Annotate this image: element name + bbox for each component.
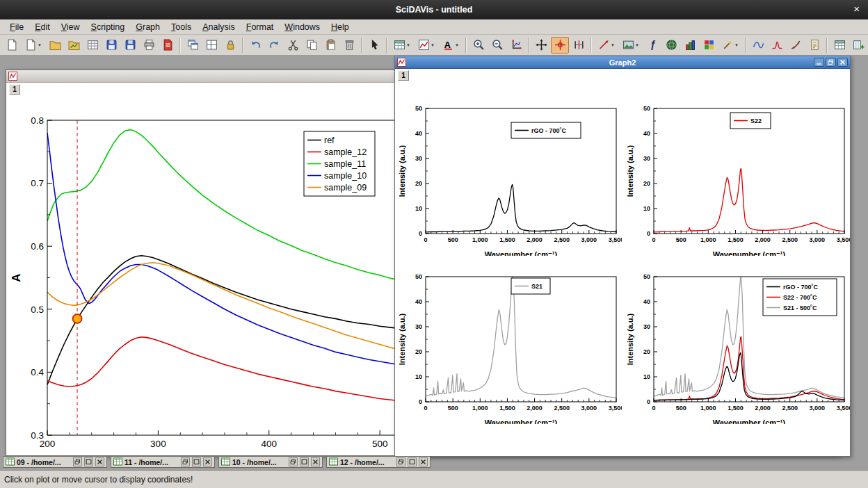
toolbar-new-project-button[interactable] <box>3 37 21 54</box>
toolbar-paste-button[interactable] <box>321 37 339 54</box>
toolbar-print-button[interactable] <box>140 37 158 54</box>
toolbar-undo-button[interactable] <box>246 37 264 54</box>
menu-windows[interactable]: Windows <box>279 21 326 33</box>
raman-plot-s21[interactable]: 05001,0001,5002,0002,5003,0003,500010203… <box>398 257 622 424</box>
svg-text:500: 500 <box>676 236 686 243</box>
minimized-window-close-button[interactable] <box>203 457 212 466</box>
toolbar-delete-button[interactable] <box>340 37 358 54</box>
toolbar-color-map-button[interactable] <box>700 37 718 54</box>
svg-text:3,000: 3,000 <box>810 405 826 412</box>
toolbar-web-button[interactable] <box>662 37 680 54</box>
graph2-titlebar[interactable]: Graph2 <box>395 56 850 69</box>
raman-plot-rgo[interactable]: 05001,0001,5002,0002,5003,0003,500010203… <box>398 89 622 256</box>
toolbar-add-image-button[interactable]: ▼ <box>619 37 643 54</box>
toolbar-new-aspect-button[interactable]: ▼ <box>22 37 45 54</box>
minimized-window-maximize-button[interactable] <box>300 457 309 466</box>
raman-plot-s22[interactable]: 05001,0001,5002,0002,5003,0003,500010203… <box>626 89 850 256</box>
titlebar[interactable]: SciDAVis - untitled × <box>0 0 868 19</box>
toolbar-duplicate-window-button[interactable] <box>184 37 202 54</box>
toolbar-new-table-button[interactable]: ▼ <box>390 37 414 54</box>
legend-label: rGO - 700˚C <box>783 284 819 291</box>
toolbar-lock-toolbars-button[interactable] <box>221 37 239 54</box>
menu-graph[interactable]: Graph <box>130 21 166 33</box>
toolbar-copy-button[interactable] <box>303 37 321 54</box>
toolbar-pointer-button[interactable] <box>365 37 383 54</box>
window-title: SciDAVis - untitled <box>396 5 473 15</box>
svg-text:3,000: 3,000 <box>810 236 826 243</box>
mb-restore-icon <box>74 458 81 466</box>
curve-icon <box>753 39 764 51</box>
svg-text:2,500: 2,500 <box>554 236 570 243</box>
minimized-window-maximize-button[interactable] <box>84 457 93 466</box>
toolbar-fit-peak-button[interactable] <box>768 37 786 54</box>
graph1-layer-button[interactable]: 1 <box>9 84 20 95</box>
toolbar-rescale-axes-button[interactable] <box>507 37 525 54</box>
toolbar-data-reader-button[interactable] <box>551 37 569 54</box>
minimized-window-4[interactable]: 12 - /home/... <box>326 456 431 468</box>
menu-edit[interactable]: Edit <box>29 21 56 33</box>
toolbar-plot-style-button[interactable]: ▼ <box>415 37 438 54</box>
menu-format[interactable]: Format <box>241 21 280 33</box>
y-axis-label: Intensity (a.u.) <box>398 313 406 365</box>
menu-file[interactable]: File <box>4 21 29 33</box>
close-icon[interactable]: × <box>853 3 860 15</box>
svg-text:20: 20 <box>643 348 650 355</box>
toolbar-window-geometry-button[interactable] <box>202 37 220 54</box>
minimized-window-label: 11 - /home/... <box>124 458 179 466</box>
toolbar-zoom-out-button[interactable] <box>488 37 506 54</box>
menu-help[interactable]: Help <box>326 21 355 33</box>
toolbar-add-function-button[interactable]: ƒ <box>643 37 661 54</box>
graph2-minimize-button[interactable] <box>814 58 824 67</box>
toolbar-table-options-button[interactable] <box>830 37 849 54</box>
minimized-window-2[interactable]: 11 - /home/... <box>111 456 215 468</box>
minimized-window-restore-button[interactable] <box>73 457 82 466</box>
svg-text:10: 10 <box>415 373 422 380</box>
minimized-window-restore-button[interactable] <box>396 457 405 466</box>
graph2-close-button[interactable] <box>837 58 848 67</box>
minimized-window-maximize-button[interactable] <box>408 457 417 466</box>
dropdown-arrow-icon: ▼ <box>455 43 459 47</box>
toolbar-zoom-in-button[interactable] <box>469 37 488 54</box>
svg-text:500: 500 <box>448 236 458 243</box>
toolbar-pan-button[interactable] <box>532 37 550 54</box>
toolbar-export-pdf-button[interactable] <box>159 37 177 54</box>
toolbar-magic-tool-button[interactable]: ▼ <box>718 37 742 54</box>
svg-text:50: 50 <box>643 105 650 112</box>
menu-view[interactable]: View <box>56 21 86 33</box>
move-icon <box>536 39 547 51</box>
redo-icon <box>268 39 280 51</box>
letterA-icon: A <box>442 39 454 51</box>
minimized-window-close-button[interactable] <box>419 457 428 466</box>
minimized-window-close-button[interactable] <box>311 457 320 466</box>
toolbar-cut-button[interactable] <box>284 37 302 54</box>
minimized-window-restore-button[interactable] <box>181 457 190 466</box>
graphwin-icon <box>397 58 406 67</box>
toolbar-script-button[interactable] <box>805 37 823 54</box>
toolbar-interpolate-button[interactable] <box>749 37 767 54</box>
minimized-window-close-button[interactable] <box>95 457 104 466</box>
toolbar-save-project-button[interactable] <box>102 37 120 54</box>
graph2-restore-button[interactable] <box>826 58 836 67</box>
menu-analysis[interactable]: Analysis <box>197 21 241 33</box>
minimized-window-maximize-button[interactable] <box>192 457 201 466</box>
minimized-window-restore-button[interactable] <box>289 457 298 466</box>
toolbar-histogram-button[interactable] <box>681 37 699 54</box>
toolbar-save-template-button[interactable] <box>121 37 139 54</box>
toolbar-open-template-button[interactable] <box>65 37 83 54</box>
toolbar-project-explorer-button[interactable] <box>83 37 102 54</box>
menu-scripting[interactable]: Scripting <box>86 21 131 33</box>
graph2-layer-button[interactable]: 1 <box>398 70 409 81</box>
toolbar-select-range-button[interactable] <box>570 37 588 54</box>
toolbar-draw-line-button[interactable]: ▼ <box>595 37 618 54</box>
minimized-window-1[interactable]: 09 - /home/... <box>3 456 107 468</box>
status-text: Click on plot or move cursor to display … <box>4 475 193 485</box>
toolbar-redo-button[interactable] <box>265 37 283 54</box>
svg-text:A: A <box>444 40 451 50</box>
toolbar-add-column-button[interactable] <box>849 37 867 54</box>
toolbar-text-format-button[interactable]: A▼ <box>439 37 463 54</box>
minimized-window-3[interactable]: 10 - /home/... <box>218 456 323 468</box>
toolbar-differentiate-button[interactable] <box>787 37 805 54</box>
toolbar-open-project-button[interactable] <box>46 37 64 54</box>
menu-tools[interactable]: Tools <box>166 21 197 33</box>
raman-plot-combined[interactable]: 05001,0001,5002,0002,5003,0003,500010203… <box>626 257 850 424</box>
